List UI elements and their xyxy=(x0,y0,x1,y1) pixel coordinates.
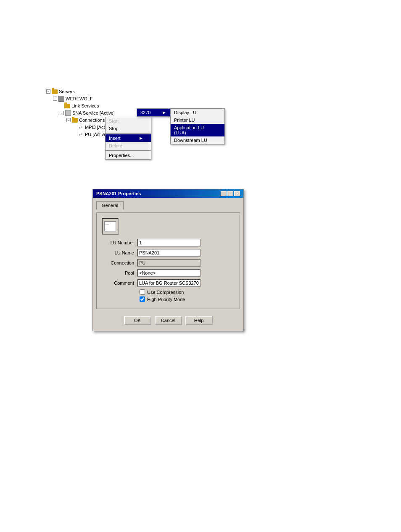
dialog-title: PSNA201 Properties xyxy=(96,191,141,196)
connection-label: Connection xyxy=(102,260,137,265)
tab-general[interactable]: General xyxy=(96,201,124,210)
minimize-button[interactable]: _ xyxy=(221,191,227,196)
comment-row: Comment xyxy=(102,279,235,287)
comment-label: Comment xyxy=(102,280,137,286)
dialog-buttons: OK Cancel Help xyxy=(96,313,240,328)
expand-icon[interactable]: − xyxy=(66,118,71,122)
expand-icon[interactable]: − xyxy=(53,97,57,101)
cancel-button[interactable]: Cancel xyxy=(155,316,182,325)
use-compression-checkbox[interactable] xyxy=(140,289,145,295)
lu-number-row: LU Number xyxy=(102,239,235,246)
pool-row: Pool xyxy=(102,269,235,277)
tree-item-servers[interactable]: − Servers xyxy=(46,88,115,95)
context-menu-stop[interactable]: Stop xyxy=(106,125,151,132)
context-menu-properties[interactable]: Properties... xyxy=(106,152,151,159)
lu-name-label: LU Name xyxy=(102,250,137,255)
folder-icon xyxy=(51,88,58,95)
submenu-arrow-icon: ▶ xyxy=(140,136,142,140)
dialog-body: General LU Number LU Name Connection xyxy=(93,198,243,331)
use-compression-row: Use Compression xyxy=(140,289,235,295)
lu-name-input[interactable] xyxy=(137,249,200,257)
tree-view: − Servers − WEREWOLF Link Services − xyxy=(46,88,115,138)
server-icon xyxy=(58,95,65,102)
connection-icon: ⇄ xyxy=(77,131,84,138)
folder-icon xyxy=(71,117,78,123)
context-menu: Start Stop Insert ▶ Delete Properties... xyxy=(105,117,151,160)
submenu-lu-display[interactable]: Display LU xyxy=(171,109,224,116)
maximize-button[interactable]: □ xyxy=(227,191,233,196)
help-button[interactable]: Help xyxy=(185,316,213,325)
connection-row: Connection xyxy=(102,259,235,267)
high-priority-label: High Priority Mode xyxy=(147,297,185,302)
expand-icon[interactable]: − xyxy=(46,89,50,94)
context-menu-start[interactable]: Start xyxy=(106,117,151,125)
pool-input[interactable] xyxy=(137,269,200,277)
high-priority-checkbox[interactable] xyxy=(140,296,145,302)
expand-icon[interactable]: − xyxy=(60,111,64,115)
folder-icon xyxy=(64,102,71,109)
lu-number-input[interactable] xyxy=(137,239,200,246)
context-menu-delete[interactable]: Delete xyxy=(106,142,151,149)
use-compression-label: Use Compression xyxy=(147,290,184,295)
tab-content: LU Number LU Name Connection Pool Commen… xyxy=(96,212,240,309)
connection-icon: ⇄ xyxy=(77,124,84,131)
tab-bar: General xyxy=(96,201,240,209)
connection-input xyxy=(137,259,200,267)
separator xyxy=(106,133,151,134)
submenu-arrow-icon: ▶ xyxy=(163,110,166,115)
submenu-3270: 3270 ▶ xyxy=(137,108,174,117)
high-priority-row: High Priority Mode xyxy=(140,296,235,302)
dialog-titlebar: PSNA201 Properties _ □ ✕ xyxy=(93,189,243,198)
submenu-lu: Display LU Printer LU Application LU (LU… xyxy=(170,108,225,144)
submenu-lu-application-lua[interactable]: Application LU (LUA) xyxy=(171,124,224,136)
comment-input[interactable] xyxy=(137,279,200,287)
tree-item-werewolf[interactable]: − WEREWOLF xyxy=(53,95,115,102)
titlebar-buttons: _ □ ✕ xyxy=(221,191,240,196)
lu-icon-area xyxy=(102,218,119,235)
ok-button[interactable]: OK xyxy=(124,316,151,325)
sna-icon xyxy=(65,110,71,116)
submenu-3270-header[interactable]: 3270 ▶ xyxy=(137,109,174,116)
lu-name-row: LU Name xyxy=(102,249,235,257)
bottom-rule xyxy=(0,515,401,515)
submenu-lu-downstream[interactable]: Downstream LU xyxy=(171,136,224,144)
submenu-lu-printer[interactable]: Printer LU xyxy=(171,116,224,124)
lu-icon xyxy=(104,221,116,231)
lu-number-label: LU Number xyxy=(102,240,137,245)
tree-item-sna-service[interactable]: − SNA Service [Active] xyxy=(60,110,115,116)
separator xyxy=(106,150,151,151)
tree-item-link-services[interactable]: Link Services xyxy=(60,102,115,109)
pool-label: Pool xyxy=(102,270,137,275)
properties-dialog: PSNA201 Properties _ □ ✕ General LU Numb… xyxy=(92,189,244,331)
close-button[interactable]: ✕ xyxy=(234,191,240,196)
context-menu-insert[interactable]: Insert ▶ xyxy=(106,134,151,142)
